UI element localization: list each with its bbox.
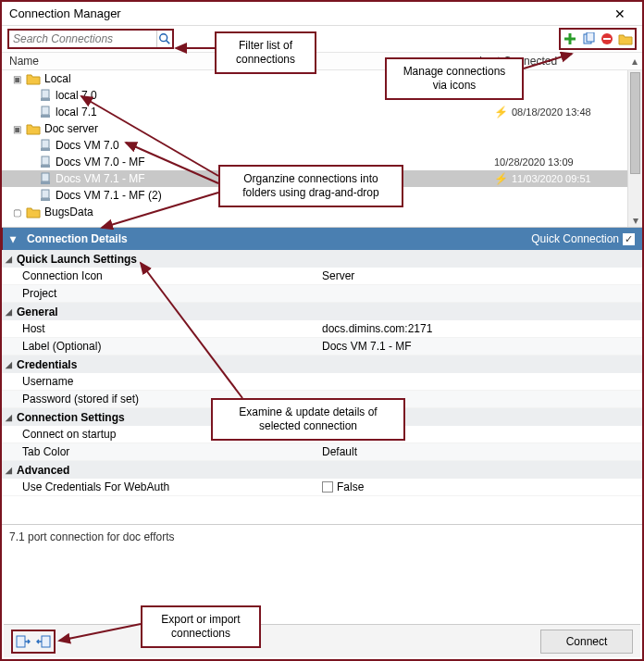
new-folder-icon[interactable] bbox=[617, 31, 634, 47]
tree-scrollbar[interactable]: ▾ bbox=[627, 70, 642, 227]
expand-toggle[interactable]: ▣ bbox=[13, 124, 22, 134]
property-label: Project bbox=[2, 287, 322, 300]
property-value[interactable]: Docs VM 7.1 - MF bbox=[322, 340, 642, 353]
folder-label: Doc server bbox=[44, 122, 98, 135]
property-label: Tab Color bbox=[2, 445, 322, 458]
property-row[interactable]: Tab ColorDefault bbox=[2, 443, 642, 461]
property-label: Host bbox=[2, 322, 322, 335]
server-icon bbox=[39, 189, 52, 202]
property-category[interactable]: ◢Quick Launch Settings bbox=[2, 250, 642, 268]
collapse-icon: ◢ bbox=[6, 360, 17, 369]
svg-rect-15 bbox=[41, 165, 50, 168]
connection-label: local 7.0 bbox=[56, 89, 97, 102]
property-row[interactable]: Label (Optional)Docs VM 7.1 - MF bbox=[2, 338, 642, 355]
last-connected-cell: ⚡08/18/2020 13:48 bbox=[494, 106, 627, 118]
quick-connection-checkbox[interactable]: ✓ bbox=[623, 233, 635, 245]
tree-header: Name Last Connected ▴ bbox=[2, 52, 642, 70]
tree-folder[interactable]: ▣Doc server bbox=[2, 120, 642, 137]
import-export-icons bbox=[11, 630, 56, 654]
connection-label: Docs VM 7.1 - MF (2) bbox=[56, 189, 162, 202]
svg-line-1 bbox=[167, 41, 170, 44]
property-row[interactable]: Hostdocs.dimins.com:2171 bbox=[2, 320, 642, 338]
search-icon[interactable] bbox=[156, 31, 172, 47]
property-row[interactable]: Connection IconServer bbox=[2, 268, 642, 285]
property-category[interactable]: ◢General bbox=[2, 303, 642, 320]
scroll-thumb[interactable] bbox=[630, 72, 640, 174]
add-icon[interactable] bbox=[562, 31, 578, 47]
tree-connection[interactable]: local 7.1⚡08/18/2020 13:48 bbox=[2, 104, 642, 120]
property-label: Label (Optional) bbox=[2, 340, 322, 353]
collapse-icon: ◢ bbox=[6, 466, 17, 475]
callout-manage: Manage connections via icons bbox=[385, 57, 524, 100]
chevron-down-icon: ▾ bbox=[10, 232, 23, 245]
property-row[interactable]: Use Credentials For WebAuthFalse bbox=[2, 479, 642, 496]
property-label: Use Credentials For WebAuth bbox=[2, 480, 322, 493]
scroll-up[interactable]: ▴ bbox=[627, 55, 642, 68]
expand-toggle[interactable]: ▣ bbox=[13, 74, 22, 84]
checkbox[interactable] bbox=[322, 481, 333, 493]
property-value[interactable]: False bbox=[322, 480, 642, 493]
tree-connection[interactable]: local 7.0 bbox=[2, 87, 642, 104]
bolt-icon: ⚡ bbox=[494, 106, 508, 118]
export-icon[interactable] bbox=[15, 633, 31, 650]
connection-notes[interactable]: 7.1 port connection for doc efforts bbox=[2, 524, 642, 555]
copy-icon[interactable] bbox=[580, 31, 597, 47]
svg-rect-12 bbox=[42, 140, 49, 148]
property-category[interactable]: ◢Advanced bbox=[2, 461, 642, 479]
property-row[interactable]: Project bbox=[2, 285, 642, 303]
scroll-down[interactable]: ▾ bbox=[628, 214, 642, 227]
callout-filter: Filter list of connections bbox=[215, 31, 316, 74]
svg-rect-13 bbox=[41, 148, 50, 151]
collapse-icon: ◢ bbox=[6, 255, 17, 264]
property-label: Username bbox=[2, 375, 322, 388]
folder-icon bbox=[26, 123, 41, 135]
folder-icon bbox=[26, 73, 41, 85]
details-header[interactable]: ▾ Connection Details Quick Connection ✓ bbox=[2, 228, 642, 250]
import-icon[interactable] bbox=[35, 633, 52, 650]
svg-rect-9 bbox=[41, 98, 50, 101]
expand-toggle[interactable]: ▢ bbox=[13, 207, 22, 218]
collapse-icon: ◢ bbox=[6, 413, 17, 422]
property-value[interactable]: docs.dimins.com:2171 bbox=[322, 322, 642, 335]
property-value[interactable]: Server bbox=[322, 269, 642, 282]
toolbar-icons bbox=[559, 28, 637, 50]
svg-rect-20 bbox=[17, 636, 25, 647]
connection-label: Docs VM 7.0 bbox=[56, 139, 119, 152]
folder-label: BugsData bbox=[44, 206, 93, 218]
details-title: Connection Details bbox=[23, 232, 531, 245]
svg-rect-14 bbox=[42, 156, 49, 165]
connection-label: Docs VM 7.1 - MF bbox=[56, 172, 145, 185]
server-icon bbox=[39, 139, 52, 152]
svg-rect-11 bbox=[41, 115, 50, 118]
svg-rect-19 bbox=[41, 198, 50, 201]
property-row[interactable]: Username bbox=[2, 373, 642, 391]
delete-icon[interactable] bbox=[599, 31, 615, 47]
titlebar: Connection Manager ✕ bbox=[2, 2, 642, 26]
folder-label: Local bbox=[44, 72, 71, 85]
tree-connection[interactable]: Docs VM 7.0 bbox=[2, 137, 642, 154]
callout-export: Export or import connections bbox=[141, 605, 261, 648]
server-icon bbox=[39, 156, 52, 168]
search-wrap bbox=[7, 29, 174, 49]
property-label: Connection Icon bbox=[2, 269, 322, 282]
bottom-bar: Connect bbox=[4, 624, 640, 657]
window-title: Connection Manager bbox=[9, 6, 601, 20]
svg-rect-18 bbox=[42, 190, 49, 198]
folder-icon bbox=[26, 206, 41, 218]
server-icon bbox=[39, 172, 52, 185]
svg-rect-16 bbox=[42, 173, 49, 181]
svg-rect-8 bbox=[42, 90, 49, 98]
property-value[interactable]: Default bbox=[322, 445, 642, 458]
search-toolbar bbox=[2, 26, 642, 52]
tree-folder[interactable]: ▣Local bbox=[2, 70, 642, 87]
property-grid: ◢Quick Launch SettingsConnection IconSer… bbox=[2, 250, 642, 496]
svg-rect-5 bbox=[587, 32, 594, 42]
connection-label: local 7.1 bbox=[56, 106, 97, 118]
last-connected-cell: ⚡11/03/2020 09:51 bbox=[494, 172, 627, 185]
search-input[interactable] bbox=[9, 32, 156, 45]
close-button[interactable]: ✕ bbox=[601, 3, 638, 25]
quick-connection-toggle[interactable]: Quick Connection ✓ bbox=[531, 232, 635, 245]
property-category[interactable]: ◢Credentials bbox=[2, 355, 642, 373]
collapse-icon: ◢ bbox=[6, 307, 17, 317]
connect-button[interactable]: Connect bbox=[540, 630, 633, 654]
